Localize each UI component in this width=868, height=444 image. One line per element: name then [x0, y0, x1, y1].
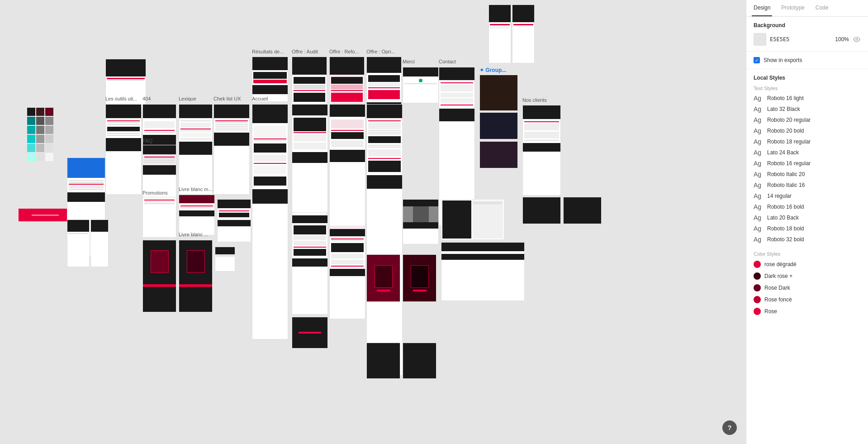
- tab-code[interactable]: Code: [814, 0, 830, 16]
- style-name: Roboto 20 bold: [767, 128, 804, 134]
- frame-small-left2[interactable]: [90, 220, 109, 267]
- swatch[interactable]: [36, 144, 44, 152]
- frame-ne1[interactable]: Ne...: [489, 5, 511, 63]
- frame-promotions[interactable]: [142, 197, 176, 238]
- color-item-rose-degrade[interactable]: rose dégradé: [746, 258, 868, 270]
- frame-book2[interactable]: [403, 254, 436, 302]
- style-item-roboto32bold[interactable]: Ag Roboto 32 bold: [746, 234, 868, 245]
- frame-resultats[interactable]: [252, 57, 288, 102]
- style-item-roboto16bold[interactable]: Ag Roboto 16 bold: [746, 201, 868, 212]
- frame-group-img[interactable]: [479, 75, 518, 111]
- frame-small-left[interactable]: [67, 220, 90, 267]
- frame-merci[interactable]: [403, 67, 439, 103]
- swatch[interactable]: [36, 135, 44, 143]
- style-item-roboto20bold[interactable]: Ag Roboto 20 bold: [746, 125, 868, 136]
- style-ag: Ag: [754, 95, 764, 102]
- frame-middle1[interactable]: [329, 104, 365, 226]
- color-item-rose[interactable]: Rose: [746, 306, 868, 317]
- frame-book1[interactable]: [366, 254, 400, 302]
- color-item-rose-dark[interactable]: Rose Dark: [746, 282, 868, 294]
- canvas[interactable]: Ne... Ne...: [0, 0, 746, 444]
- swatch[interactable]: [27, 135, 35, 143]
- swatch[interactable]: [45, 144, 53, 152]
- frame-outils[interactable]: [105, 104, 142, 195]
- swatch[interactable]: [36, 126, 44, 134]
- style-name: Roboto 18 regular: [767, 138, 811, 145]
- color-name-rose-degrade: rose dégradé: [764, 261, 797, 267]
- frame-accueil[interactable]: [252, 104, 288, 339]
- background-hex: E5E5E5: [770, 36, 827, 43]
- swatch[interactable]: [27, 153, 35, 161]
- frame-label-404: 404: [142, 96, 151, 101]
- background-row: E5E5E5 100%: [754, 33, 861, 46]
- color-item-dark-rose-plus[interactable]: Dark rose +: [746, 270, 868, 282]
- style-item-robotoitalic20[interactable]: Ag Roboto Italic 20: [746, 169, 868, 180]
- style-ag: Ag: [754, 127, 764, 134]
- frame-checklist[interactable]: [213, 104, 250, 195]
- style-ag: Ag: [754, 105, 764, 113]
- swatch[interactable]: [45, 153, 53, 161]
- tab-design[interactable]: Design: [752, 0, 772, 16]
- style-item-roboto20regular[interactable]: Ag Roboto 20 regular: [746, 115, 868, 125]
- style-ag: Ag: [754, 181, 764, 189]
- frame-center-long[interactable]: [329, 229, 365, 319]
- frame-group-img2[interactable]: [479, 112, 518, 139]
- style-name: Roboto 16 light: [767, 95, 804, 101]
- frame-nos-clients[interactable]: [522, 105, 561, 196]
- show-in-exports-checkbox[interactable]: [754, 57, 760, 63]
- frame-dark-right2[interactable]: [563, 197, 602, 224]
- frame-right-long[interactable]: [366, 104, 403, 376]
- frame-ne2[interactable]: Ne...: [512, 5, 535, 63]
- frame-dark1[interactable]: [366, 343, 400, 379]
- show-in-exports-section: Show in exports: [746, 52, 868, 69]
- swatch[interactable]: [36, 108, 44, 116]
- color-styles-subtitle: Color Styles: [746, 248, 868, 258]
- frame-blog[interactable]: [292, 104, 328, 213]
- style-item-robotoitalic16[interactable]: Ag Roboto Italic 16: [746, 180, 868, 191]
- style-item-lato32black[interactable]: Ag Lato 32 Black: [746, 104, 868, 115]
- color-item-rose-fonce[interactable]: Rose foncé: [746, 294, 868, 306]
- style-name: Roboto 16 bold: [767, 204, 804, 210]
- color-dot-rose: [754, 308, 761, 315]
- frame-red-button[interactable]: [18, 208, 72, 222]
- frame-dark-right1[interactable]: [522, 197, 561, 224]
- style-item-roboto18bold[interactable]: Ag Roboto 18 bold: [746, 223, 868, 234]
- frame-lexique[interactable]: [179, 104, 213, 195]
- swatch[interactable]: [27, 144, 35, 152]
- swatch[interactable]: [45, 126, 53, 134]
- frame-dark2[interactable]: [403, 343, 436, 379]
- frame-label-merci: Merci: [403, 59, 415, 64]
- style-item-lato20back[interactable]: Ag Lato 20 Back: [746, 212, 868, 223]
- frame-photo1[interactable]: [403, 199, 439, 244]
- visibility-icon[interactable]: [853, 35, 861, 43]
- swatch[interactable]: [27, 108, 35, 116]
- style-item-lato24back[interactable]: Ag Lato 24 Back: [746, 147, 868, 158]
- frame-right-wide2[interactable]: [441, 242, 525, 301]
- background-section: Background E5E5E5 100%: [746, 17, 868, 52]
- frame-livre3[interactable]: [179, 240, 213, 312]
- frame-group-img3[interactable]: [479, 141, 518, 168]
- frame-blog2[interactable]: [292, 215, 328, 315]
- frame-livre1[interactable]: [179, 195, 215, 235]
- swatch[interactable]: [36, 117, 44, 125]
- swatch[interactable]: [45, 108, 53, 116]
- style-item-roboto18regular[interactable]: Ag Roboto 18 regular: [746, 136, 868, 147]
- tab-prototype[interactable]: Prototype: [779, 0, 806, 16]
- swatch[interactable]: [45, 117, 53, 125]
- frame-livre2[interactable]: [142, 240, 176, 312]
- frame-central1[interactable]: [217, 199, 251, 242]
- frame-small-mid[interactable]: [215, 247, 235, 272]
- help-button[interactable]: ?: [722, 420, 737, 435]
- swatch[interactable]: [27, 117, 35, 125]
- style-item-14regular[interactable]: Ag 14 regular: [746, 191, 868, 201]
- swatch[interactable]: [45, 135, 53, 143]
- frame-right-wide1[interactable]: [441, 199, 504, 240]
- frame-dark-bottom[interactable]: [292, 317, 328, 349]
- background-swatch[interactable]: [754, 33, 766, 46]
- swatch[interactable]: [27, 126, 35, 134]
- frame-label-promotions: Promotions: [142, 190, 168, 196]
- right-panel-content: Text Styles Ag Roboto 16 light Ag Lato 3…: [746, 83, 868, 444]
- style-item-roboto16regular[interactable]: Ag Roboto 16 regular: [746, 158, 868, 169]
- swatch[interactable]: [36, 153, 44, 161]
- style-item-roboto16light[interactable]: Ag Roboto 16 light: [746, 93, 868, 104]
